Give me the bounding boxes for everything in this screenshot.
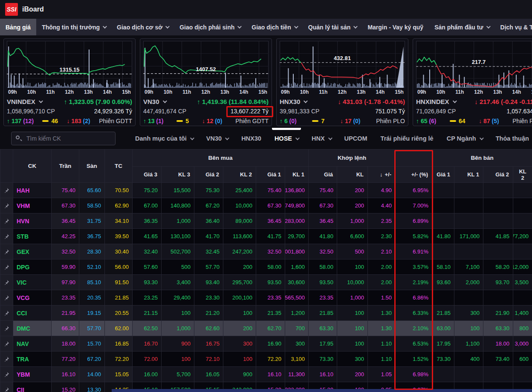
ticker-symbol[interactable]: VCG — [13, 290, 51, 305]
cell-value[interactable]: 1.05 — [368, 367, 395, 382]
cell-value[interactable]: 17.95 — [432, 336, 454, 351]
cell-value[interactable]: 500 — [337, 244, 367, 259]
stock-search-box[interactable] — [11, 132, 116, 145]
cell-value[interactable]: 23.25 — [133, 290, 161, 305]
cell-value[interactable]: 300 — [454, 306, 483, 320]
cell-value[interactable]: 900 — [223, 367, 256, 382]
header-col-2[interactable]: KL 3 — [162, 167, 194, 183]
cell-value[interactable]: 7.00% — [396, 198, 432, 213]
cell-value[interactable]: 1,283,000 — [285, 213, 308, 228]
ticker-symbol[interactable]: VHM — [13, 198, 51, 213]
header-col-1[interactable]: Giá 3 — [133, 167, 162, 183]
cell-value[interactable]: 15,500 — [162, 183, 194, 198]
cell-value[interactable]: 93.40 — [194, 275, 223, 290]
pushpin-icon[interactable] — [0, 367, 13, 382]
nav-item-6[interactable]: Quản lý tài sản — [303, 19, 362, 35]
cell-value[interactable]: 2.30 — [368, 229, 395, 244]
header-floor[interactable]: Sàn — [79, 150, 105, 183]
cell-value[interactable]: 52.10 — [79, 259, 104, 274]
cell-value[interactable]: 58.00 — [256, 259, 285, 274]
cell-value[interactable]: 67.00 — [133, 198, 161, 213]
cell-value[interactable]: 36.45 — [309, 213, 337, 228]
tab-tr-i-phi-u-ri-ng-l-[interactable]: Trái phiếu riêng lẻ — [381, 128, 434, 149]
cell-value[interactable]: 100 — [162, 306, 194, 320]
cell-value[interactable]: 58.20 — [483, 259, 513, 274]
cell-value[interactable]: 36.40 — [194, 213, 223, 228]
horizontal-scrollbar[interactable] — [112, 389, 532, 392]
cell-value[interactable]: 2,000 — [454, 275, 483, 290]
pushpin-icon[interactable] — [0, 183, 13, 198]
cell-value[interactable]: 62.60 — [194, 321, 223, 336]
cell-value[interactable]: 91.50 — [105, 275, 132, 290]
cell-value[interactable]: 36.35 — [133, 213, 161, 228]
intraday-index-chart[interactable]: 1315.15 — [7, 41, 132, 88]
cell-value[interactable]: 73.40 — [483, 352, 513, 366]
cell-value[interactable]: 300 — [285, 336, 308, 351]
cell-value[interactable]: 21.95 — [52, 306, 79, 320]
cell-value[interactable]: 21.85 — [432, 306, 454, 320]
ticker-symbol[interactable]: DPG — [13, 259, 51, 274]
cell-value[interactable]: 41.80 — [432, 229, 454, 244]
tab-cp-ng-nh[interactable]: CP Ngành — [447, 128, 483, 149]
cell-value[interactable]: 41.75 — [256, 229, 285, 244]
cell-value[interactable]: 20.55 — [105, 306, 132, 320]
cell-value[interactable]: 41.65 — [133, 229, 161, 244]
cell-value[interactable]: 11,300 — [285, 367, 308, 382]
cell-value[interactable]: 300 — [223, 336, 256, 351]
pushpin-icon[interactable] — [0, 213, 13, 228]
cell-value[interactable]: 500 — [162, 259, 194, 274]
cell-value[interactable]: 600 — [513, 352, 532, 366]
tab-hnx[interactable]: HNX — [312, 128, 331, 149]
cell-value[interactable]: 23.35 — [52, 290, 79, 305]
sort-descending-icon[interactable]: ↓ — [380, 171, 383, 178]
ticker-symbol[interactable]: TRA — [13, 352, 51, 366]
cell-value[interactable]: 2.19% — [396, 275, 432, 290]
cell-value[interactable]: 58.00 — [309, 259, 337, 274]
cell-value[interactable]: 247,200 — [223, 244, 256, 259]
header-col-13[interactable]: Giá 2 — [483, 167, 513, 183]
pushpin-icon[interactable] — [0, 382, 13, 392]
cell-value[interactable]: 67.30 — [309, 198, 337, 213]
cell-value[interactable]: 70.50 — [105, 183, 132, 198]
index-selector[interactable]: HNX30 — [280, 98, 306, 105]
header-col-12[interactable]: KL 1 — [454, 167, 483, 183]
index-selector[interactable]: VN30 — [143, 98, 166, 105]
cell-value[interactable]: 16.10 — [309, 367, 337, 382]
cell-value[interactable]: 23.35 — [309, 290, 337, 305]
cell-value[interactable]: 10,000 — [223, 198, 256, 213]
nav-item-7[interactable]: Margin - Vay ký quỹ — [362, 19, 429, 35]
cell-value[interactable]: 41.85 — [483, 229, 513, 244]
tab-upcom[interactable]: UPCOM — [344, 128, 367, 149]
cell-value[interactable]: 93.60 — [432, 275, 454, 290]
nav-item-5[interactable]: Giao dịch tiền — [246, 19, 303, 35]
cell-value[interactable]: 7,100 — [454, 259, 483, 274]
cell-value[interactable]: 4.40 — [368, 198, 395, 213]
cell-value[interactable]: 32.40 — [133, 244, 161, 259]
cell-value[interactable]: 65.60 — [79, 183, 104, 198]
intraday-index-chart[interactable]: 1407.52 — [143, 41, 269, 88]
cell-value[interactable]: 63.00 — [432, 321, 454, 336]
nav-item-3[interactable]: Giao dịch cơ sở — [111, 19, 174, 35]
cell-value[interactable]: 1.52% — [396, 352, 432, 366]
cell-value[interactable]: 36.75 — [79, 229, 104, 244]
intraday-index-chart[interactable]: 432.81 — [280, 41, 405, 88]
cell-value[interactable]: 200,100 — [223, 290, 256, 305]
header-col-6[interactable]: KL 1 — [285, 167, 309, 183]
header-col-11[interactable]: Giá 1 — [432, 167, 454, 183]
header-col-7[interactable]: Giá — [309, 167, 337, 183]
cell-value[interactable]: 1,200 — [285, 306, 308, 320]
cell-value[interactable]: 36.45 — [52, 213, 79, 228]
cell-value[interactable]: 100 — [162, 352, 194, 366]
header-col-9[interactable]: ↓+/- — [368, 167, 396, 183]
cell-value[interactable]: 1.30 — [368, 321, 395, 336]
cell-value[interactable]: 1,600 — [285, 259, 308, 274]
cell-value[interactable]: 58.50 — [79, 198, 104, 213]
header-ticker[interactable]: CK — [13, 150, 52, 183]
cell-value[interactable]: 5,700 — [162, 367, 194, 382]
cell-value[interactable]: 21.85 — [105, 290, 132, 305]
cell-value[interactable]: 42.25 — [52, 229, 79, 244]
cell-value[interactable]: 3,100 — [285, 352, 308, 366]
cell-value[interactable]: 1.10 — [368, 336, 395, 351]
cell-value[interactable]: 25,400 — [223, 183, 256, 198]
cell-value[interactable]: 16.00 — [133, 367, 161, 382]
